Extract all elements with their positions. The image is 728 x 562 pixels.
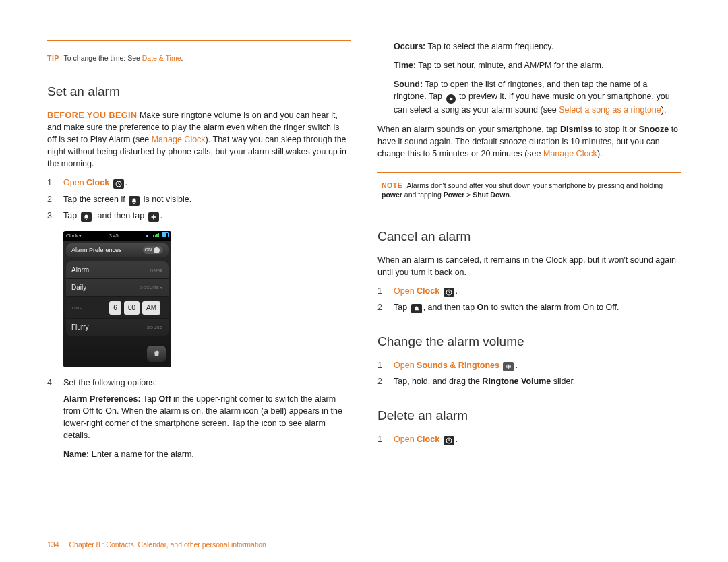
cs2-b: , and then tap [423,303,477,312]
select-song-link[interactable]: Select a song as a ringtone [559,105,661,115]
option-name: Name: Enter a name for the alarm. [63,448,351,460]
open-link[interactable]: Open [63,178,86,187]
svg-rect-4 [151,216,156,218]
step-body: Open Clock . [394,285,681,297]
occurs-label: Occurs: [394,42,425,51]
chapter-label: Chapter 8 : Contacts, Calendar, and othe… [69,540,266,549]
step-num: 2 [377,301,394,313]
svg-line-7 [449,292,450,293]
open-link[interactable]: Open [394,435,417,444]
note-block: NOTE Alarms don't sound after you shut d… [377,172,681,208]
dismiss-c: to stop it or [593,125,639,134]
step-body: Open Clock . [394,433,681,445]
tip-text-after: . [181,54,183,62]
open-app[interactable]: Clock [86,178,109,187]
bell-icon [81,212,92,222]
tip-block: TIP To change the time: See Date & Time. [47,53,351,63]
step-1: 1 Open Clock . [47,177,351,189]
step3-b: , and then tap [93,211,147,220]
sounds-icon [503,362,514,371]
alarm-name: Alarm [71,266,89,276]
clock-icon [444,436,454,445]
cs2-d: to switch the alarm from On to Off. [489,303,619,312]
open-link[interactable]: Open [394,286,417,296]
sound-row: Flurry SOUND [66,319,169,336]
opt-name-text: Enter a name for the alarm. [89,449,194,459]
bell-icon [129,196,140,206]
open-link[interactable]: Open [394,361,417,370]
open-app[interactable]: Clock [417,286,439,296]
step-num: 1 [377,285,394,297]
heading-cancel-alarm: Cancel an alarm [377,227,681,246]
note-text2: and tapping [402,191,444,199]
heading-set-alarm: Set an alarm [47,82,351,101]
clock-icon [113,179,124,189]
step-4: 4 Set the following options: [47,377,351,389]
time-label: TIME [71,305,82,311]
step-num: 1 [377,433,394,445]
sound-label: Sound: [394,80,423,89]
clock-icon [444,288,454,297]
opt-name-label: Name: [63,449,89,459]
time-ampm: AM [142,301,160,315]
option-sound: Sound: Tap to open the list of ringtones… [394,78,681,116]
alarm-preferences-row: Alarm Preferences ON [66,243,169,257]
step2-a: Tap the screen if [63,195,127,204]
step-2: 2 Tap the screen if is not visible. [47,193,351,206]
tip-label: TIP [47,54,59,62]
step-num: 1 [377,359,394,371]
right-column: Occurs: Tap to select the alarm frequenc… [377,40,681,468]
step2-b: is not visible. [141,195,191,204]
time-min: 00 [124,301,140,315]
occurs-text: Tap to select the alarm frequency. [425,42,553,51]
opt-pref-label: Alarm Preferences: [63,394,141,404]
tip-link[interactable]: Date & Time [142,54,181,62]
phone-screenshot: Clock ▾ 3:45 ● Alarm Preferences ON [63,231,171,367]
name-label: NAME [150,268,163,274]
screenshot-bottom [66,343,169,365]
manage-clock-link-2[interactable]: Manage Clock [543,149,597,158]
cancel-step-1: 1 Open Clock . [377,285,681,297]
time-label: Time: [394,61,416,70]
cs2-a: Tap [394,303,410,312]
step-body: Open Sounds & Ringtones . [394,359,681,371]
step-body: Open Clock . [63,177,351,189]
plus-icon [148,212,159,222]
dismiss-d: Snooze [639,125,669,134]
time-hour: 6 [109,301,121,315]
dismiss-b: Dismiss [560,125,593,134]
dismiss-paragraph: When an alarm sounds on your smartphone,… [377,123,681,160]
sound-text3: ). [661,105,667,115]
two-column-layout: TIP To change the time: See Date & Time.… [47,40,681,468]
heading-delete-alarm: Delete an alarm [377,406,681,425]
before-you-begin-paragraph: BEFORE YOU BEGIN Make sure ringtone volu… [47,109,351,170]
step-num: 1 [47,177,63,189]
step-body: Tap , and then tap On to switch the alar… [394,301,681,313]
bell-icon [411,304,422,313]
dismiss-a: When an alarm sounds on your smartphone,… [377,125,560,134]
step-num: 4 [47,377,63,389]
status-time: 3:45 [109,232,119,239]
status-bar: Clock ▾ 3:45 ● [63,231,171,241]
svg-line-10 [449,441,450,441]
open-app[interactable]: Clock [417,435,439,444]
sound-label: SOUND [147,325,163,331]
delete-step-1: 1 Open Clock . [377,433,681,445]
step-body: Tap, hold, and drag the Ringtone Volume … [394,375,681,387]
play-icon [446,94,456,104]
before-begin-label: BEFORE YOU BEGIN [47,111,137,120]
pref-label: Alarm Preferences [71,246,122,255]
status-icons: ● [146,232,169,239]
page-footer: 134 Chapter 8 : Contacts, Calendar, and … [47,540,266,550]
note-b3: Shut Down [473,191,510,199]
trash-button [147,346,166,362]
manage-clock-link[interactable]: Manage Clock [152,135,206,144]
occurs-label: OCCURS ▾ [140,285,163,291]
option-occurs: Occurs: Tap to select the alarm frequenc… [394,40,681,53]
option-time: Time: Tap to set hour, minute, and AM/PM… [394,59,681,71]
open-app[interactable]: Sounds & Ringtones [417,361,499,370]
note-label: NOTE [382,181,402,189]
volume-step-2: 2 Tap, hold, and drag the Ringtone Volum… [377,375,681,387]
volume-step-1: 1 Open Sounds & Ringtones . [377,359,681,371]
step-body: Tap the screen if is not visible. [63,193,351,206]
